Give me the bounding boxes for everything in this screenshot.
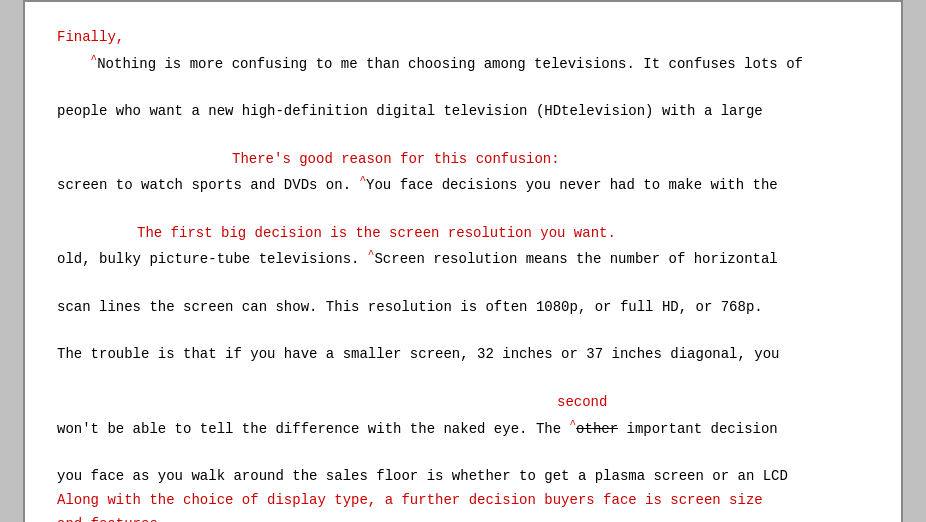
- annotation-second: second: [57, 391, 869, 415]
- line-11-red: and features.: [57, 513, 869, 522]
- line-4-annotation: There's good reason for this confusion:: [57, 148, 869, 172]
- document-container: Finally, ^Nothing is more confusing to m…: [23, 0, 903, 522]
- line-blank-4: [57, 272, 869, 296]
- annotation-finally: Finally,: [57, 29, 124, 45]
- annotation-first-decision: The first big decision is the screen res…: [57, 222, 869, 246]
- line-5-annotation: The first big decision is the screen res…: [57, 222, 869, 246]
- line-9: you face as you walk around the sales fl…: [57, 465, 869, 489]
- line-3: people who want a new high-definition di…: [57, 100, 869, 124]
- line-4: screen to watch sports and DVDs on. ^You…: [57, 171, 869, 197]
- line-8-annotation: second: [57, 391, 869, 415]
- line-blank-2: [57, 124, 869, 148]
- line-5: old, bulky picture-tube televisions. ^Sc…: [57, 245, 869, 271]
- caret-3: ^: [368, 248, 375, 260]
- line-10-red: Along with the choice of display type, a…: [57, 489, 869, 513]
- line-1: Finally,: [57, 26, 869, 50]
- line-7: The trouble is that if you have a smalle…: [57, 343, 869, 367]
- line-6: scan lines the screen can show. This res…: [57, 296, 869, 320]
- caret-1: ^: [91, 53, 98, 65]
- line-blank-1: [57, 76, 869, 100]
- annotation-good-reason: There's good reason for this confusion:: [57, 148, 869, 172]
- line-blank-6: [57, 367, 869, 391]
- line-blank-5: [57, 320, 869, 344]
- strikethrough-other: other: [576, 420, 618, 436]
- line-blank-3: [57, 198, 869, 222]
- caret-2: ^: [359, 174, 366, 186]
- line-blank-7: [57, 441, 869, 465]
- line-2: ^Nothing is more confusing to me than ch…: [57, 50, 869, 76]
- line-8: won't be able to tell the difference wit…: [57, 415, 869, 441]
- document-text: Finally, ^Nothing is more confusing to m…: [57, 26, 869, 522]
